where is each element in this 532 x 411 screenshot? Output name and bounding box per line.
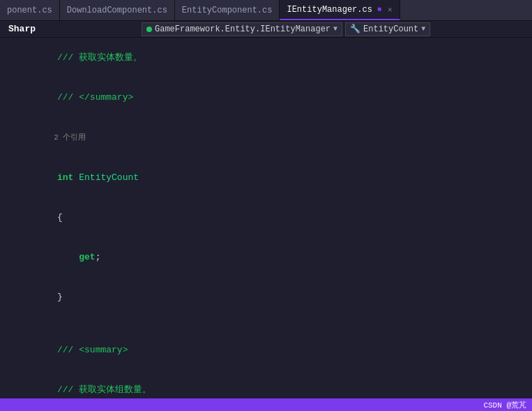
tab-entity-component[interactable]: EntityComponent.cs: [175, 0, 280, 20]
tab-download-label: DownloadComponent.cs: [67, 6, 167, 15]
code-line: get;: [3, 237, 532, 277]
tab-ientity-label: IEntityManager.cs: [287, 5, 372, 15]
namespace-selector[interactable]: GameFramework.Entity.IEntityManager ▼: [142, 22, 342, 36]
tab-entity-component-label: EntityComponent.cs: [182, 6, 273, 15]
tab-close-icon[interactable]: ✕: [388, 5, 393, 14]
toolbar-sharp: Sharp: [3, 24, 139, 34]
code-line: /// </summary>: [3, 77, 532, 117]
tab-component[interactable]: ponent.cs: [0, 0, 60, 20]
toolbar: Sharp GameFramework.Entity.IEntityManage…: [0, 21, 532, 38]
code-line: }: [3, 277, 532, 317]
namespace-dot: [146, 27, 152, 32]
editor: /// 获取实体数量。 /// </summary> 2 个引用 int Ent…: [0, 38, 532, 398]
method-icon: 🔧: [350, 24, 360, 34]
sharp-label: Sharp: [8, 24, 36, 34]
code-line: /// <summary>: [3, 330, 532, 370]
code-line: int EntityCount: [3, 158, 532, 197]
code-line: {: [3, 197, 532, 237]
tab-ientity-manager[interactable]: IEntityManager.cs ■ ✕: [280, 0, 400, 20]
tab-download[interactable]: DownloadComponent.cs: [60, 0, 175, 20]
tab-modified-icon: ■: [377, 6, 381, 13]
code-line-blank: [3, 317, 532, 330]
code-line: /// 获取实体数量。: [3, 38, 532, 77]
code-line: /// 获取实体组数量。: [3, 370, 532, 398]
method-label: EntityCount: [363, 24, 418, 34]
status-text: CSDN @荒芃: [483, 400, 526, 410]
code-content[interactable]: /// 获取实体数量。 /// </summary> 2 个引用 int Ent…: [0, 38, 532, 398]
status-bar: CSDN @荒芃: [0, 398, 532, 411]
method-arrow-icon: ▼: [421, 25, 425, 33]
namespace-label: GameFramework.Entity.IEntityManager: [155, 24, 330, 34]
namespace-arrow-icon: ▼: [333, 25, 337, 33]
code-line-ref: 2 个引用: [3, 117, 532, 158]
tab-component-label: ponent.cs: [7, 6, 52, 15]
tab-bar: ponent.cs DownloadComponent.cs EntityCom…: [0, 0, 532, 21]
method-selector[interactable]: 🔧 EntityCount ▼: [345, 22, 430, 36]
